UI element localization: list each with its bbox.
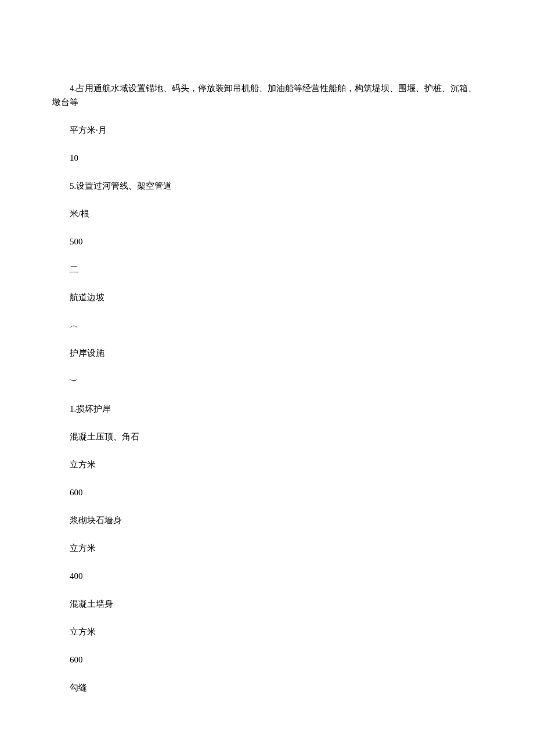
line-text: 10	[70, 153, 78, 163]
text-line-11: 1.损坏护岸	[52, 402, 482, 416]
line-text: 混凝土压顶、角石	[70, 432, 139, 441]
line-text: 1.损坏护岸	[70, 404, 111, 413]
text-line-7: 航道边坡	[52, 290, 482, 304]
text-line-1: 平方米·月	[52, 123, 482, 137]
line-text: 600	[70, 655, 83, 664]
text-line-16: 立方米	[52, 541, 482, 555]
document-content: 4.占用通航水域设置锚地、码头，停放装卸吊机船、加油船等经营性船舶，构筑堤坝、围…	[52, 81, 482, 694]
text-line-18: 混凝土墙身	[52, 597, 482, 611]
line-text: 航道边坡	[70, 293, 104, 302]
line-text: ︵	[70, 321, 78, 330]
line-text: 4.占用通航水域设置锚地、码头，停放装卸吊机船、加油船等经营性船舶，构筑堤坝、围…	[52, 84, 477, 107]
line-text: 护岸设施	[70, 348, 104, 358]
text-line-13: 立方米	[52, 458, 482, 471]
line-text: 米/根	[70, 209, 89, 218]
text-line-15: 浆砌块石墙身	[52, 513, 482, 527]
text-line-2: 10	[52, 151, 482, 165]
text-line-12: 混凝土压顶、角石	[52, 430, 482, 444]
line-text: 立方米	[70, 543, 96, 553]
line-text: 浆砌块石墙身	[70, 516, 122, 525]
text-line-14: 600	[52, 485, 482, 499]
text-line-8: ︵	[52, 318, 482, 332]
line-text: 平方米·月	[70, 125, 107, 135]
line-text: 5.设置过河管线、架空管道	[70, 181, 172, 190]
text-line-0: 4.占用通航水域设置锚地、码头，停放装卸吊机船、加油船等经营性船舶，构筑堤坝、围…	[52, 81, 482, 109]
text-line-5: 500	[52, 235, 482, 249]
text-line-21: 勾缝	[52, 681, 482, 694]
text-line-19: 立方米	[52, 625, 482, 639]
line-text: 立方米	[70, 460, 96, 469]
line-text: 混凝土墙身	[70, 599, 113, 609]
text-line-3: 5.设置过河管线、架空管道	[52, 179, 482, 193]
line-text: ︶	[70, 376, 78, 386]
line-text: 二	[70, 265, 78, 274]
line-text: 600	[70, 488, 83, 497]
line-text: 400	[70, 571, 83, 581]
text-line-4: 米/根	[52, 207, 482, 221]
text-line-6: 二	[52, 262, 482, 276]
line-text: 500	[70, 237, 83, 246]
text-line-10: ︶	[52, 374, 482, 388]
text-line-9: 护岸设施	[52, 346, 482, 360]
text-line-17: 400	[52, 569, 482, 583]
line-text: 立方米	[70, 627, 96, 636]
text-line-20: 600	[52, 653, 482, 667]
line-text: 勾缝	[70, 683, 87, 692]
